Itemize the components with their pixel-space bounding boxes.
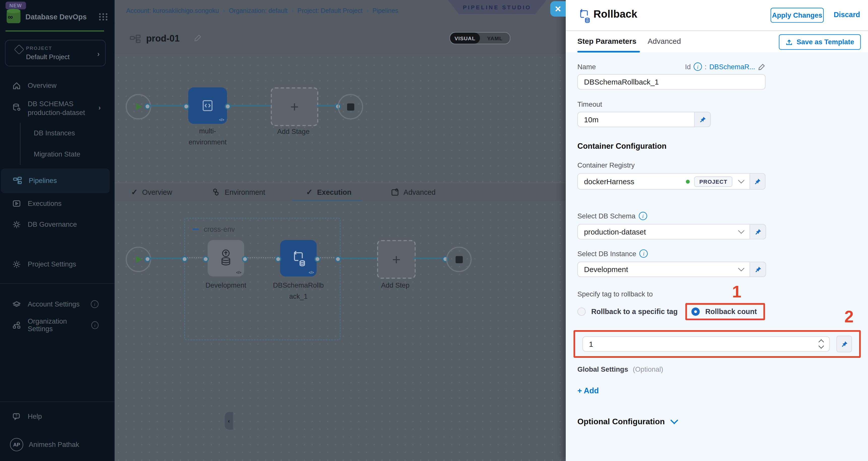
chevron-down-icon xyxy=(670,417,678,424)
tab-advanced[interactable]: Advanced xyxy=(648,37,681,45)
step-parameters-form: Name Id i : DBSchemaR... DBSchemaRollbac… xyxy=(566,53,868,461)
tab-overview[interactable]: ✓ Overview xyxy=(131,183,172,201)
rollback-count-value: 1 xyxy=(589,340,593,348)
tab-execution[interactable]: ✓ Execution xyxy=(306,183,351,201)
tab-step-parameters[interactable]: Step Parameters xyxy=(577,37,636,45)
tab-environment[interactable]: Environment xyxy=(212,183,265,201)
execution-end-node[interactable] xyxy=(446,246,471,272)
sidebar-item-organization-settings[interactable]: Organization Settings i xyxy=(0,317,108,333)
step-node-dbschemarollback[interactable]: </> xyxy=(280,240,317,276)
sidebar-item-project-settings[interactable]: Project Settings xyxy=(0,256,108,273)
sidebar-item-help[interactable]: ? Help xyxy=(0,409,108,424)
registry-value: dockerHarness xyxy=(584,177,634,186)
sidebar-item-label: Project Settings xyxy=(28,260,76,268)
timeout-input[interactable]: 10m xyxy=(577,112,695,127)
db-schema-pin-button[interactable] xyxy=(750,224,766,239)
id-value[interactable]: DBSchemaR... xyxy=(709,63,755,70)
radio-rollback-count-label[interactable]: Rollback count xyxy=(705,307,757,316)
optional-configuration-toggle[interactable]: Optional Configuration xyxy=(577,417,857,426)
edit-pipeline-icon[interactable] xyxy=(194,34,202,44)
registry-pin-button[interactable] xyxy=(750,173,766,190)
annotation-number-2: 2 xyxy=(844,308,854,325)
step-node-development[interactable]: </> xyxy=(208,240,244,276)
sidebar-collapse-handle[interactable]: ‹ xyxy=(225,412,233,430)
chevron-right-icon: › xyxy=(194,188,196,197)
breadcrumb-account[interactable]: Account: kurosakiichigo.songoku xyxy=(126,7,219,14)
collapse-group-icon[interactable] xyxy=(193,229,199,230)
tab-label: Environment xyxy=(225,188,265,196)
breadcrumb: Account: kurosakiichigo.songoku › Organi… xyxy=(126,7,398,14)
radio-specific-tag-label[interactable]: Rollback to a specific tag xyxy=(591,307,678,316)
user-menu[interactable]: AP Animesh Pathak xyxy=(0,436,108,454)
connector-line xyxy=(316,105,337,106)
breadcrumb-pipelines[interactable]: Pipelines xyxy=(373,7,399,14)
connector-port xyxy=(145,256,151,262)
yaml-toggle-button[interactable]: YAML xyxy=(480,33,510,44)
module-grid-icon[interactable] xyxy=(99,13,108,21)
id-row: Id i : DBSchemaR... xyxy=(685,62,766,71)
sidebar-item-db-schemas[interactable]: DB SCHEMASproduction-dataset › xyxy=(0,97,108,121)
radio-rollback-count[interactable] xyxy=(691,307,700,316)
step-group-cross-env[interactable]: cross-env xyxy=(184,218,341,340)
breadcrumb-separator: › xyxy=(291,7,293,14)
sidebar: NEW ∞ Database DevOps PROJECT Default Pr… xyxy=(0,0,115,461)
database-devops-logo-icon[interactable]: ∞ xyxy=(5,9,22,25)
project-label: PROJECT xyxy=(26,45,52,51)
active-tab-underline xyxy=(577,51,640,53)
sidebar-item-db-governance[interactable]: DB Governance xyxy=(0,216,108,233)
number-stepper[interactable] xyxy=(819,340,823,348)
environment-icon xyxy=(212,188,220,196)
sidebar-item-overview[interactable]: Overview xyxy=(0,78,108,94)
app-title: Database DevOps xyxy=(26,13,99,21)
plus-icon: + xyxy=(392,251,401,268)
discard-button[interactable]: Discard xyxy=(834,10,860,19)
breadcrumb-project[interactable]: Project: Default Project xyxy=(298,7,363,14)
db-schema-select[interactable]: production-dataset xyxy=(577,224,750,239)
tab-advanced[interactable]: Advanced xyxy=(391,183,436,201)
chevron-down-icon[interactable] xyxy=(738,177,744,184)
pipeline-icon xyxy=(129,34,141,46)
tab-label: Execution xyxy=(317,188,352,196)
play-icon xyxy=(136,256,142,263)
settings-gear-icon xyxy=(11,260,21,269)
container-registry-input[interactable]: dockerHarness PROJECT xyxy=(577,173,750,190)
db-instance-select[interactable]: Development xyxy=(577,262,750,277)
sidebar-item-pipelines[interactable]: Pipelines xyxy=(1,169,110,193)
name-input[interactable]: DBSchemaRollback_1 xyxy=(577,74,766,90)
add-step-button[interactable]: + xyxy=(377,240,416,279)
count-pin-button[interactable] xyxy=(837,336,852,352)
tab-label: Overview xyxy=(142,188,172,196)
pipeline-end-node[interactable] xyxy=(338,94,363,120)
dotted-connector xyxy=(320,257,334,258)
timeout-pin-button[interactable] xyxy=(695,112,711,127)
pin-icon xyxy=(754,266,762,273)
sidebar-item-migration-state[interactable]: Migration State xyxy=(21,144,109,165)
pin-icon xyxy=(841,340,848,348)
id-label: Id xyxy=(685,63,691,70)
visual-toggle-button[interactable]: VISUAL xyxy=(450,33,480,44)
rollback-tag-section: Specify tag to rollback to Rollback to a… xyxy=(577,290,857,358)
db-schema-icon xyxy=(11,102,21,112)
breadcrumb-organization[interactable]: Organization: default xyxy=(229,7,287,14)
chevron-right-icon: › xyxy=(97,50,100,58)
sidebar-item-db-instances[interactable]: DB Instances xyxy=(21,123,109,144)
close-drawer-button[interactable] xyxy=(550,1,566,17)
governance-gear-icon xyxy=(11,220,21,229)
chevron-down-icon xyxy=(738,265,744,271)
sidebar-item-account-settings[interactable]: Account Settings i xyxy=(0,296,108,312)
radio-specific-tag[interactable] xyxy=(577,307,586,316)
sidebar-item-executions[interactable]: Executions xyxy=(0,195,108,212)
add-stage-button[interactable]: + xyxy=(271,87,318,126)
edit-id-icon[interactable] xyxy=(758,63,766,70)
save-as-template-button[interactable]: Save as Template xyxy=(779,34,861,50)
project-selector[interactable]: PROJECT Default Project › xyxy=(5,40,106,66)
drawer-header: Rollback Apply Changes Discard xyxy=(566,0,868,31)
db-instance-pin-button[interactable] xyxy=(750,262,766,277)
rollback-count-input[interactable]: 1 xyxy=(582,336,830,352)
plus-icon: + xyxy=(290,98,299,115)
stage-config-tabs: ✓ Overview › Environment › ✓ Execution ›… xyxy=(115,183,566,202)
connector-port xyxy=(275,256,281,262)
stage-node-multi-environment[interactable]: </> xyxy=(188,87,227,124)
apply-changes-button[interactable]: Apply Changes xyxy=(771,8,824,23)
add-global-setting-link[interactable]: + Add xyxy=(577,386,857,395)
